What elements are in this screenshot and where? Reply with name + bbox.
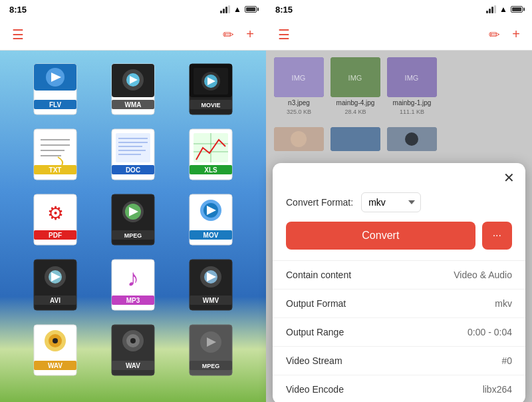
- more-button[interactable]: ···: [482, 222, 512, 250]
- info-label-contain: Contain content: [286, 270, 351, 280]
- info-value-contain: Video & Audio: [454, 270, 512, 280]
- list-item[interactable]: MPEG: [109, 193, 157, 246]
- file-grid-row1: IMG n3.jpeg 325.0 KB IMG mainbg-4.jpg 28…: [266, 51, 532, 122]
- list-item[interactable]: FLV: [31, 63, 79, 116]
- list-item[interactable]: PDF ⚙: [31, 193, 79, 246]
- right-menu-icon[interactable]: ☰: [278, 27, 290, 43]
- svg-text:IMG: IMG: [348, 74, 362, 82]
- list-item[interactable]: AVI: [31, 258, 79, 311]
- info-row-format: Output Format mkv: [273, 290, 525, 318]
- list-item[interactable]: WMA: [109, 63, 157, 116]
- left-add-icon[interactable]: +: [246, 27, 254, 43]
- list-item[interactable]: WAV: [31, 323, 79, 377]
- list-item[interactable]: MP3 ♪: [109, 258, 157, 311]
- convert-button[interactable]: Convert: [286, 222, 475, 250]
- svg-text:AVI: AVI: [50, 297, 61, 304]
- right-add-icon[interactable]: +: [512, 27, 520, 43]
- list-item[interactable]: DOC: [109, 128, 157, 181]
- info-value-range: 0:00 - 0:04: [467, 327, 512, 337]
- close-button[interactable]: ✕: [503, 171, 515, 184]
- list-item[interactable]: WMV: [187, 258, 235, 311]
- left-edit-icon[interactable]: ✏: [223, 27, 234, 43]
- list-item[interactable]: MPEG: [187, 323, 235, 377]
- file-thumbnail: [387, 127, 437, 151]
- list-item[interactable]: MOVIE: [187, 63, 235, 116]
- svg-text:IMG: IMG: [292, 74, 306, 82]
- list-item[interactable]: IMG n3.jpeg 325.0 KB: [274, 57, 324, 115]
- file-thumbnail: [274, 127, 324, 151]
- battery-icon: [245, 6, 257, 13]
- file-name: mainbg-4.jpg: [336, 99, 375, 106]
- svg-text:MPEG: MPEG: [124, 232, 142, 239]
- left-menu-icon[interactable]: ☰: [12, 27, 24, 43]
- info-value-vencode: libx264: [483, 384, 512, 395]
- file-thumbnail: IMG: [274, 57, 324, 97]
- app-row-1: FLV WMA: [17, 63, 249, 116]
- svg-text:WAV: WAV: [126, 362, 140, 369]
- svg-point-81: [53, 338, 58, 343]
- svg-point-100: [291, 131, 307, 147]
- info-label-vencode: Video Encode: [286, 384, 344, 395]
- signal-icon: [220, 5, 230, 13]
- right-top-bar: ☰ ✏ +: [266, 19, 532, 51]
- file-thumbnail: IMG: [331, 57, 380, 97]
- wifi-icon: ▲: [233, 5, 241, 14]
- info-row-vencode: Video Encode libx264: [273, 375, 525, 402]
- svg-text:DOC: DOC: [126, 166, 140, 174]
- info-row-contain: Contain content Video & Audio: [273, 261, 525, 290]
- app-row-4: AVI MP3 ♪ WMV: [17, 258, 249, 311]
- list-item[interactable]: WAV: [109, 323, 157, 377]
- format-label: Convert Format:: [286, 197, 353, 208]
- list-item[interactable]: [331, 127, 380, 151]
- convert-modal: ✕ Convert Format: mkv mp4 avi mov wmv fl…: [273, 163, 525, 402]
- left-status-icons: ▲: [220, 5, 257, 14]
- left-panel: 8:15 ▲ ☰ ✏ +: [0, 0, 266, 402]
- list-item[interactable]: TXT: [31, 128, 79, 181]
- list-item[interactable]: IMG mainbg-4.jpg 28.4 KB: [331, 57, 380, 115]
- svg-text:IMG: IMG: [405, 74, 419, 82]
- svg-text:WAV: WAV: [48, 362, 63, 369]
- list-item[interactable]: [387, 127, 437, 151]
- left-time: 8:15: [9, 5, 27, 15]
- svg-text:MPEG: MPEG: [201, 363, 219, 369]
- left-status-bar: 8:15 ▲: [0, 0, 266, 19]
- format-row: Convert Format: mkv mp4 avi mov wmv flv: [273, 188, 525, 222]
- svg-rect-101: [331, 127, 380, 151]
- svg-text:FLV: FLV: [49, 101, 61, 108]
- svg-text:MP3: MP3: [126, 297, 140, 304]
- modal-info: Contain content Video & Audio Output For…: [273, 260, 525, 402]
- svg-text:MOV: MOV: [203, 232, 218, 239]
- svg-rect-31: [116, 133, 150, 162]
- right-battery-icon: [511, 6, 523, 13]
- svg-point-87: [130, 338, 136, 343]
- info-label-range: Output Range: [286, 327, 344, 337]
- file-grid-row2: [266, 122, 532, 156]
- file-size: 111.1 KB: [400, 108, 424, 115]
- svg-text:WMV: WMV: [202, 297, 219, 304]
- list-item[interactable]: [274, 127, 324, 151]
- file-size: 28.4 KB: [344, 108, 366, 115]
- svg-text:⚙: ⚙: [47, 203, 64, 224]
- left-top-bar: ☰ ✏ +: [0, 19, 266, 51]
- info-value-vstream: #0: [501, 355, 512, 366]
- app-row-2: TXT DOC: [17, 128, 249, 181]
- app-grid: FLV WMA: [0, 51, 266, 402]
- list-item[interactable]: XLS: [187, 128, 235, 181]
- list-item[interactable]: IMG mainbg-1.jpg 111.1 KB: [387, 57, 437, 115]
- file-name: mainbg-1.jpg: [393, 99, 432, 106]
- svg-text:♪: ♪: [127, 264, 139, 292]
- right-time: 8:15: [275, 5, 293, 15]
- file-name: n3.jpeg: [288, 99, 310, 106]
- format-select[interactable]: mkv mp4 avi mov wmv flv: [361, 192, 421, 212]
- right-status-icons: ▲: [486, 5, 523, 14]
- right-panel: 8:15 ▲ ☰ ✏ +: [266, 0, 532, 402]
- info-row-range: Output Range 0:00 - 0:04: [273, 318, 525, 347]
- right-edit-icon[interactable]: ✏: [489, 27, 500, 43]
- file-thumbnail: [331, 127, 380, 151]
- app-row-3: PDF ⚙ MPEG MOV: [17, 193, 249, 246]
- svg-text:XLS: XLS: [204, 166, 217, 174]
- svg-text:WMA: WMA: [124, 101, 141, 108]
- info-label-format: Output Format: [286, 298, 346, 309]
- list-item[interactable]: MOV: [187, 193, 235, 246]
- svg-text:MOVIE: MOVIE: [201, 102, 220, 108]
